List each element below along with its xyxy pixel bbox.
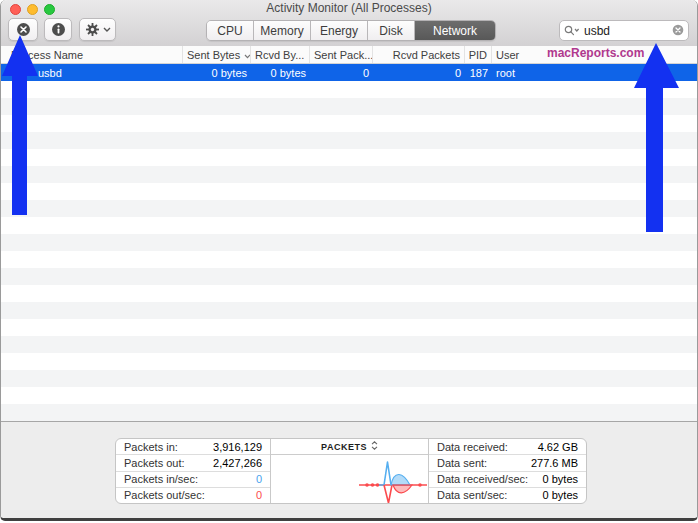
quit-process-x-circle-icon — [16, 22, 31, 37]
inspect-button[interactable] — [44, 18, 72, 41]
sort-updown-chevrons-icon — [371, 441, 378, 452]
clear-search-icon[interactable] — [672, 22, 684, 40]
sent-bytes-cell: 0 bytes — [183, 67, 251, 79]
tab-network[interactable]: Network — [415, 21, 495, 40]
gear-icon — [85, 22, 100, 37]
stat-row-packets-out: Packets out: 2,427,266 — [116, 455, 270, 471]
packets-stats-table: Packets in: 3,916,129 Packets out: 2,427… — [116, 439, 271, 503]
column-header-sent-packets[interactable]: Sent Pack... — [310, 46, 373, 63]
rcvd-packets-cell: 0 — [373, 67, 465, 79]
pid-cell: 187 — [465, 67, 492, 79]
sent-packets-cell: 0 — [310, 67, 373, 79]
process-name-cell: usbd — [1, 67, 183, 79]
tab-energy[interactable]: Energy — [311, 21, 368, 40]
stat-row-packets-in-sec: Packets in/sec: 0 — [116, 472, 270, 488]
data-stats-table: Data received: 4.62 GB Data sent: 277.6 … — [429, 439, 586, 503]
empty-table-rows — [1, 81, 697, 421]
quit-process-button[interactable] — [8, 18, 38, 41]
stat-row-data-sent: Data sent: 277.6 MB — [429, 455, 586, 471]
search-input[interactable] — [584, 24, 668, 38]
column-header-sent-bytes[interactable]: Sent Bytes — [183, 46, 251, 63]
stat-row-packets-out-sec: Packets out/sec: 0 — [116, 488, 270, 503]
stat-row-data-sent-sec: Data sent/sec: 0 bytes — [429, 488, 586, 503]
sort-chevron-down-icon — [244, 49, 251, 61]
stat-row-data-received: Data received: 4.62 GB — [429, 439, 586, 455]
chart-type-popup[interactable]: PACKETS — [271, 439, 428, 455]
traffic-lights — [10, 4, 55, 15]
window-title: Activity Monitor (All Processes) — [1, 1, 697, 15]
column-header-pid[interactable]: PID — [465, 46, 492, 63]
actions-menu-button[interactable] — [79, 18, 116, 41]
zoom-window-button[interactable] — [44, 4, 55, 15]
inspect-info-circle-icon — [51, 22, 66, 37]
footer-stats-panel: Packets in: 3,916,129 Packets out: 2,427… — [1, 421, 697, 518]
tab-disk[interactable]: Disk — [368, 21, 415, 40]
tab-cpu[interactable]: CPU — [207, 21, 254, 40]
network-stats-box: Packets in: 3,916,129 Packets out: 2,427… — [115, 438, 587, 504]
tab-memory[interactable]: Memory — [254, 21, 311, 40]
stat-row-packets-in: Packets in: 3,916,129 — [116, 439, 270, 455]
search-magnifier-icon[interactable] — [564, 22, 580, 40]
titlebar: Activity Monitor (All Processes) — [1, 0, 697, 47]
minimize-window-button[interactable] — [27, 4, 38, 15]
search-field[interactable] — [559, 20, 689, 41]
view-segmented-control: CPU Memory Energy Disk Network — [206, 20, 496, 41]
packets-sparkline-chart — [271, 455, 428, 503]
close-window-button[interactable] — [10, 4, 21, 15]
user-cell: root — [492, 67, 697, 79]
macreports-watermark: macReports.com — [547, 46, 644, 60]
rcvd-bytes-cell: 0 bytes — [251, 67, 310, 79]
packets-chart-section: PACKETS — [271, 439, 429, 503]
column-header-rcvd-bytes[interactable]: Rcvd By... — [251, 46, 310, 63]
chevron-down-icon — [103, 27, 111, 32]
activity-monitor-window: Activity Monitor (All Processes) — [0, 0, 698, 521]
table-row-usbd-selected[interactable]: usbd 0 bytes 0 bytes 0 0 187 root — [1, 64, 697, 81]
column-header-rcvd-packets[interactable]: Rcvd Packets — [373, 46, 465, 63]
stat-row-data-received-sec: Data received/sec: 0 bytes — [429, 472, 586, 488]
column-header-process-name[interactable]: Process Name — [1, 46, 183, 63]
